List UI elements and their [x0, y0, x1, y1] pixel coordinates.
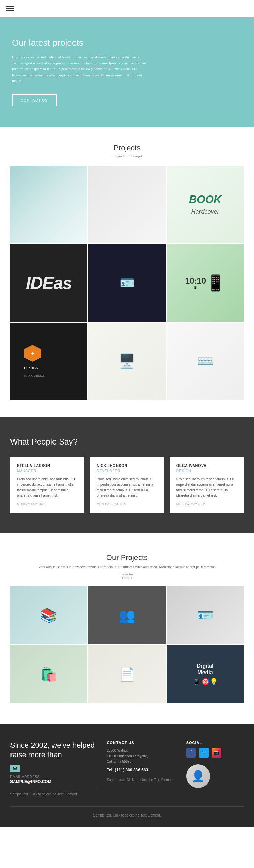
testimonials-section: What People Say? STELLA LARSON MANAGER P… [0, 417, 254, 533]
our-project-digital[interactable]: DigitalMedia 📱🎯💡 [167, 645, 244, 703]
testimonial-text-3: Proin sed libero enim sed faucibus. Eu i… [176, 477, 237, 498]
testimonial-text-2: Proin sed libero enim sed faucibus. Eu i… [97, 477, 157, 498]
testimonial-card-3: OLGA IVANOVA DESIGN Proin sed libero eni… [170, 457, 244, 513]
hamburger-menu[interactable] [0, 0, 254, 17]
top-navigation [0, 0, 254, 17]
projects-section: Projects Images from Freepik BOOKHardcov… [0, 127, 254, 417]
projects-grid: BOOKHardcover IDEas 10:10 📱 ◆ DESIGN [10, 166, 244, 400]
footer-tagline: Since 2002, we've helped raise more than [10, 741, 97, 760]
project-image-workspace[interactable] [88, 323, 166, 400]
testimonial-text-1: Proin sed libero enim sed faucibus. Eu i… [17, 477, 78, 498]
testimonials-title: What People Say? [10, 437, 244, 447]
instagram-icon[interactable]: 📷 [212, 748, 221, 758]
digital-media-label: DigitalMedia [193, 663, 218, 676]
our-project-bags[interactable] [10, 645, 87, 703]
footer-section: Since 2002, we've helped raise more than… [0, 724, 254, 827]
our-project-team[interactable] [88, 586, 166, 644]
testimonial-date-3: MONDAY, MAY 2022 [176, 502, 237, 506]
our-project-bc3[interactable] [167, 586, 244, 644]
testimonial-name-2: NICK JHONSON [97, 463, 157, 468]
hero-section: Our latest projects Business expertise a… [0, 17, 254, 127]
testimonials-grid: STELLA LARSON MANAGER Proin sed libero e… [10, 457, 244, 513]
projects-title: Projects [10, 144, 244, 152]
hexagon-icon: ◆ [24, 345, 41, 362]
footer-email[interactable]: SAMPLE@INFO.COM [10, 779, 97, 784]
testimonial-role-3: DESIGN [176, 469, 237, 473]
testimonial-date-2: MONDAY, JUNE 2022 [97, 502, 157, 506]
testimonial-card-1: STELLA LARSON MANAGER Proin sed libero e… [10, 457, 84, 513]
footer-col-3: SOCIAL f 🐦 📷 👤 [186, 741, 244, 796]
testimonial-name-1: STELLA LARSON [17, 463, 78, 468]
testimonial-date-1: MONDAY, MAY 2022 [17, 502, 78, 506]
footer-sample-text-1: Sample text. Click to select the Text El… [10, 792, 97, 796]
our-project-paper[interactable] [88, 645, 166, 703]
social-title: SOCIAL [186, 741, 244, 745]
avatar: 👤 [186, 764, 210, 788]
twitter-icon[interactable]: 🐦 [199, 748, 209, 758]
footer-contact-title: CONTACT US [107, 741, 176, 745]
footer-address: 25000 Walnut,Hill Ln undefined Lafayette… [107, 748, 176, 764]
project-image-design-card[interactable]: ◆ DESIGN MARK DESIGN [10, 323, 87, 400]
footer-bottom-text: Sample text. Click to select the Text El… [10, 806, 244, 817]
tel-label: Tel: [107, 768, 113, 772]
our-projects-description: Velit aliquet sagittis id consectetur pu… [10, 564, 244, 570]
email-icon: ✉ [10, 765, 20, 772]
project-image-bc2[interactable] [88, 244, 166, 322]
testimonial-role-2: DEVELOPER [97, 469, 157, 473]
our-project-books[interactable] [10, 586, 87, 644]
hero-title: Our latest projects [12, 38, 242, 48]
footer-tel: Tel: (111) 360 336 663 [107, 768, 176, 772]
project-image-business-card[interactable] [88, 166, 166, 243]
project-image-books[interactable] [10, 166, 87, 243]
our-projects-title: Our Projects [10, 553, 244, 562]
project-image-keyboard[interactable] [167, 323, 244, 400]
tel-number[interactable]: (111) 360 336 663 [115, 768, 148, 772]
hero-description: Business expertise and dedicated teams t… [12, 54, 147, 84]
footer-col-2: CONTACT US 25000 Walnut,Hill Ln undefine… [107, 741, 176, 796]
project-image-ideas[interactable]: IDEas [10, 244, 87, 322]
footer-email-label: EMAIL ADDRESS [10, 775, 97, 779]
ideas-label: IDEas [26, 273, 72, 293]
footer-grid: Since 2002, we've helped raise more than… [10, 741, 244, 796]
testimonial-card-2: NICK JHONSON DEVELOPER Proin sed libero … [90, 457, 164, 513]
our-projects-section: Our Projects Velit aliquet sagittis id c… [0, 533, 254, 724]
testimonial-name-3: OLGA IVANOVA [176, 463, 237, 468]
testimonial-role-1: MANAGER [17, 469, 78, 473]
project-image-phone[interactable]: 10:10 📱 [167, 244, 244, 322]
our-projects-images-from: Images fromFreepik [10, 572, 244, 580]
project-image-book-hardcover[interactable]: BOOKHardcover [167, 166, 244, 243]
footer-col-1: Since 2002, we've helped raise more than… [10, 741, 97, 796]
footer-sample-text-2: Sample text. Click to select the Text El… [107, 778, 176, 782]
projects-subtitle: Images from Freepik [10, 154, 244, 158]
our-projects-grid: DigitalMedia 📱🎯💡 [10, 586, 244, 703]
contact-us-button[interactable]: CONTACT US [12, 94, 57, 106]
social-icons: f 🐦 📷 [186, 748, 244, 758]
facebook-icon[interactable]: f [186, 748, 196, 758]
